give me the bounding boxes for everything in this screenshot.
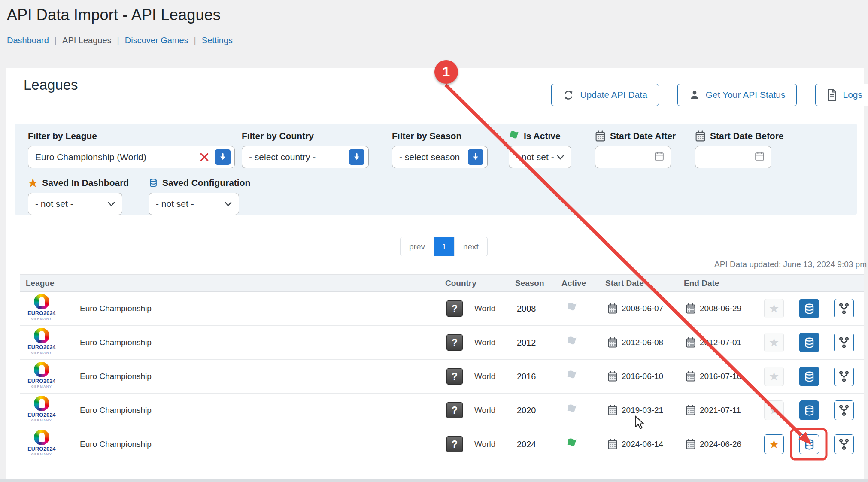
is-active-select[interactable]: - not set -	[509, 146, 571, 168]
filter-group-is-active: Is Active - not set -	[509, 130, 571, 168]
country-unknown-icon: ?	[446, 334, 463, 351]
discover-games-button[interactable]	[834, 367, 854, 386]
start-date-value: 2024-06-14	[622, 427, 663, 461]
branch-icon	[838, 404, 850, 417]
save-to-dashboard-button[interactable]: ★	[764, 367, 784, 386]
start-date-after-input[interactable]	[595, 146, 671, 168]
start-date-before-input[interactable]	[695, 146, 771, 168]
get-your-api-status-button[interactable]: Get Your API Status	[677, 84, 797, 106]
filter-group-saved-in-dashboard: ★ Saved In Dashboard - not set -	[28, 176, 129, 215]
leagues-panel: Leagues Update API Data G	[6, 68, 864, 479]
table-row-season-2016: EURO2024GERMANYEuro Championship?World20…	[20, 359, 864, 393]
down-arrow-icon	[219, 153, 227, 161]
update-api-data-button[interactable]: Update API Data	[551, 84, 659, 106]
download-league-button[interactable]	[215, 149, 231, 165]
star-icon: ★	[28, 178, 38, 188]
annotation-badge: 1	[434, 60, 458, 84]
discover-games-button[interactable]	[834, 299, 854, 318]
saved-configuration-button[interactable]	[799, 434, 819, 454]
season-value: 2016	[517, 360, 536, 393]
saved-configuration-button[interactable]	[799, 367, 819, 386]
calendar-icon	[607, 371, 618, 382]
season-filter-select[interactable]: - select season	[392, 146, 488, 168]
pagination-next[interactable]: next	[455, 237, 487, 256]
branch-icon	[838, 336, 850, 349]
breadcrumb-item-discover-games[interactable]: Discover Games	[125, 36, 188, 45]
start-date-value: 2019-03-21	[622, 394, 663, 427]
calendar-icon	[607, 337, 618, 348]
active-flag-icon	[566, 404, 577, 415]
league-filter-input[interactable]: Euro Championship (World)	[28, 146, 235, 168]
season-value: 2012	[517, 326, 536, 359]
saved-configuration-button[interactable]	[799, 299, 819, 318]
league-logo: EURO2024GERMANY	[27, 294, 56, 320]
pagination-current[interactable]: 1	[434, 237, 455, 256]
euro2024-logo-icon	[34, 328, 49, 343]
save-to-dashboard-button[interactable]: ★	[764, 400, 784, 420]
start-date-before-label: Start Date Before	[710, 131, 784, 141]
down-arrow-icon	[352, 153, 361, 161]
euro2024-logo-icon	[34, 362, 49, 377]
breadcrumb-item-dashboard[interactable]: Dashboard	[7, 36, 49, 45]
filter-group-league: Filter by League Euro Championship (Worl…	[28, 130, 235, 168]
clear-filter-icon[interactable]	[200, 152, 209, 162]
end-date-value: 2016-07-10	[700, 360, 741, 393]
star-icon: ★	[769, 303, 779, 315]
download-country-button[interactable]	[349, 149, 364, 165]
saved-configuration-button[interactable]	[799, 333, 819, 352]
league-logo: EURO2024GERMANY	[27, 430, 56, 456]
pagination-prev[interactable]: prev	[401, 237, 434, 256]
filter-season-label: Filter by Season	[392, 130, 488, 142]
filter-league-label: Filter by League	[28, 130, 235, 142]
table-body: EURO2024GERMANYEuro Championship?World20…	[20, 292, 864, 461]
end-date-value: 2024-06-26	[700, 427, 741, 461]
country-name: World	[474, 326, 495, 359]
country-name: World	[474, 394, 495, 427]
start-date-value: 2016-06-10	[622, 360, 663, 393]
discover-games-button[interactable]	[834, 434, 854, 454]
saved-configuration-button[interactable]	[799, 400, 819, 420]
save-to-dashboard-button[interactable]: ★	[764, 434, 784, 454]
logs-label: Logs	[843, 90, 862, 100]
country-filter-select[interactable]: - select country -	[242, 146, 369, 168]
saved-in-dashboard-select[interactable]: - not set -	[28, 193, 122, 215]
logs-button[interactable]: Logs	[815, 84, 868, 106]
database-icon	[804, 303, 815, 315]
flag-icon	[509, 130, 519, 142]
download-season-button[interactable]	[468, 149, 483, 165]
country-filter-value: - select country -	[249, 152, 349, 162]
saved-configuration-select[interactable]: - not set -	[149, 193, 239, 215]
column-header-country: Country	[445, 275, 476, 291]
start-date-value: 2012-06-08	[622, 326, 663, 359]
end-date-value: 2012-07-01	[700, 326, 741, 359]
filter-group-country: Filter by Country - select country -	[242, 130, 369, 168]
breadcrumb-item-api-leagues: API Leagues	[62, 36, 112, 45]
saved-configuration-label: Saved Configuration	[162, 178, 250, 188]
save-to-dashboard-button[interactable]: ★	[764, 333, 784, 352]
column-header-active: Active	[561, 275, 586, 291]
bottom-strip	[0, 479, 868, 482]
breadcrumb-separator: |	[55, 36, 57, 45]
database-icon	[804, 337, 815, 349]
breadcrumb-item-settings[interactable]: Settings	[202, 36, 233, 45]
database-icon	[804, 371, 815, 382]
active-flag-icon	[566, 302, 577, 314]
save-to-dashboard-button[interactable]: ★	[764, 299, 784, 318]
active-flag-icon	[566, 370, 577, 382]
screen: API Data Import - API Leagues Dashboard|…	[0, 0, 868, 482]
filter-country-label: Filter by Country	[242, 130, 369, 142]
branch-icon	[838, 302, 850, 315]
filter-group-start-date-after: Start Date After	[595, 130, 676, 168]
get-your-api-status-label: Get Your API Status	[706, 90, 786, 100]
country-unknown-icon: ?	[446, 300, 463, 317]
discover-games-button[interactable]	[834, 333, 854, 352]
branch-icon	[838, 370, 850, 383]
api-updated-text: API Data updated: June 13, 2024 9:03 pm	[714, 260, 867, 269]
calendar-icon	[754, 151, 765, 164]
chevron-down-icon	[556, 155, 565, 160]
end-date-value: 2021-07-11	[700, 394, 741, 427]
discover-games-button[interactable]	[834, 400, 854, 420]
column-header-season: Season	[515, 275, 544, 291]
table-row-season-2024: EURO2024GERMANYEuro Championship?World20…	[20, 427, 864, 461]
document-icon	[827, 89, 837, 101]
